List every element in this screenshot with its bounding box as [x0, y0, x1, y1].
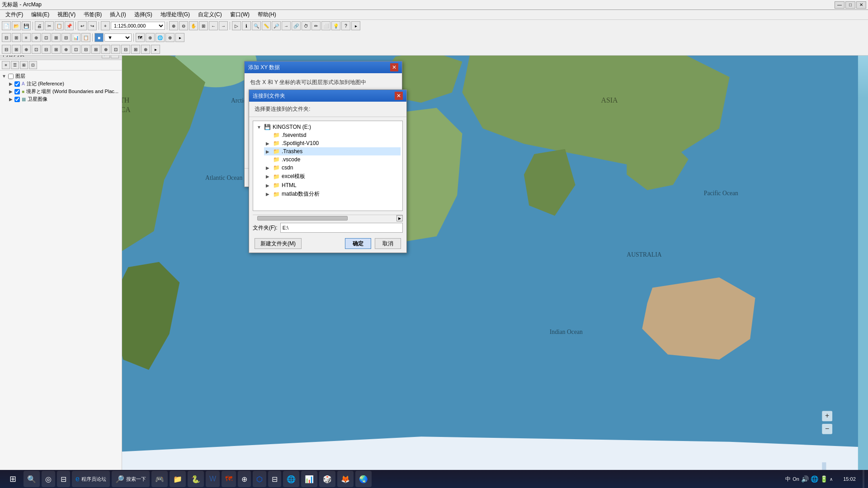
folder-label-2: .Trashes: [282, 148, 302, 155]
matlab-expand: ▶: [266, 192, 271, 197]
folder-path-row: 文件夹(F):: [249, 221, 406, 235]
drive-node-kingston[interactable]: ▼ 💾 KINGSTON (E:): [255, 123, 401, 131]
folder-html[interactable]: ▶ 📁 HTML: [264, 181, 401, 189]
connect-btn-group: 确定 取消: [345, 238, 401, 249]
trashes-expand: ▶: [266, 149, 271, 154]
scroll-right-btn[interactable]: ▶: [396, 215, 403, 221]
folder-vscode[interactable]: 📁 .vscode: [264, 155, 401, 164]
folder-icon-2: 📁: [273, 148, 280, 155]
file-tree: ▼ 💾 KINGSTON (E:) 📁 .fseventsd ▶ 📁 .Spot…: [253, 121, 402, 201]
folder-icon-1: 📁: [273, 140, 280, 146]
connect-close-btn[interactable]: ✕: [395, 92, 403, 100]
folder-icon-4: 📁: [273, 164, 280, 171]
excel-expand: ▶: [266, 174, 271, 179]
dialog-connect: 连接到文件夹 ✕ 选择要连接到的文件夹: ▼ 💾 KINGSTON (E:) 📁…: [249, 89, 407, 253]
connect-buttons: 新建文件夹(M) 确定 取消: [249, 235, 406, 253]
folder-trashes[interactable]: ▶ 📁 .Trashes: [264, 147, 401, 155]
folder-path-input[interactable]: [280, 223, 403, 233]
new-folder-btn[interactable]: 新建文件夹(M): [255, 238, 302, 249]
file-tree-container[interactable]: ▼ 💾 KINGSTON (E:) 📁 .fseventsd ▶ 📁 .Spot…: [253, 121, 403, 211]
csdn-expand: ▶: [266, 165, 271, 170]
folder-icon-3: 📁: [273, 156, 280, 163]
connect-ok-btn[interactable]: 确定: [345, 238, 371, 249]
folder-icon-7: 📁: [273, 191, 280, 197]
folder-label-3: .vscode: [282, 156, 300, 163]
folder-label-0: .fseventsd: [282, 132, 307, 138]
dialog-overlay: 添加 XY 数据 ✕ 包含 X 和 Y 坐标的表可以图层形式添加到地图中 添加 …: [0, 0, 868, 488]
connect-title: 连接到文件夹: [253, 92, 285, 100]
folder-label-1: .Spotlight-V100: [282, 140, 319, 146]
folder-label-7: matlab数值分析: [282, 190, 320, 198]
add-xy-title-bar: 添加 XY 数据 ✕: [245, 61, 402, 73]
connect-instruction: 选择要连接到的文件夹:: [249, 102, 406, 117]
add-xy-description: 包含 X 和 Y 坐标的表可以图层形式添加到地图中: [250, 79, 396, 86]
connect-cancel-btn[interactable]: 取消: [375, 238, 401, 249]
connect-title-bar: 连接到文件夹 ✕: [249, 90, 406, 102]
folder-label-5: excel模板: [282, 173, 305, 180]
folder-label-4: csdn: [282, 164, 293, 171]
folder-icon-5: 📁: [273, 174, 280, 180]
folder-spotlight[interactable]: ▶ 📁 .Spotlight-V100: [264, 139, 401, 147]
file-tree-children: 📁 .fseventsd ▶ 📁 .Spotlight-V100 ▶ 📁 .Tr…: [255, 131, 401, 199]
spotlight-expand: ▶: [266, 141, 271, 146]
folder-icon-0: 📁: [273, 132, 280, 138]
drive-label: KINGSTON (E:): [273, 124, 311, 130]
drive-expand-icon: ▼: [257, 125, 262, 130]
folder-fseventsd[interactable]: 📁 .fseventsd: [264, 131, 401, 139]
folder-icon-6: 📁: [273, 182, 280, 188]
folder-path-label: 文件夹(F):: [253, 224, 278, 232]
add-xy-close-btn[interactable]: ✕: [390, 63, 398, 71]
folder-matlab[interactable]: ▶ 📁 matlab数值分析: [264, 189, 401, 199]
add-xy-title: 添加 XY 数据: [248, 64, 280, 71]
folder-label-6: HTML: [282, 182, 297, 188]
drive-icon: 💾: [264, 124, 271, 130]
folder-excel[interactable]: ▶ 📁 excel模板: [264, 172, 401, 181]
folder-csdn[interactable]: ▶ 📁 csdn: [264, 164, 401, 172]
html-expand: ▶: [266, 183, 271, 188]
